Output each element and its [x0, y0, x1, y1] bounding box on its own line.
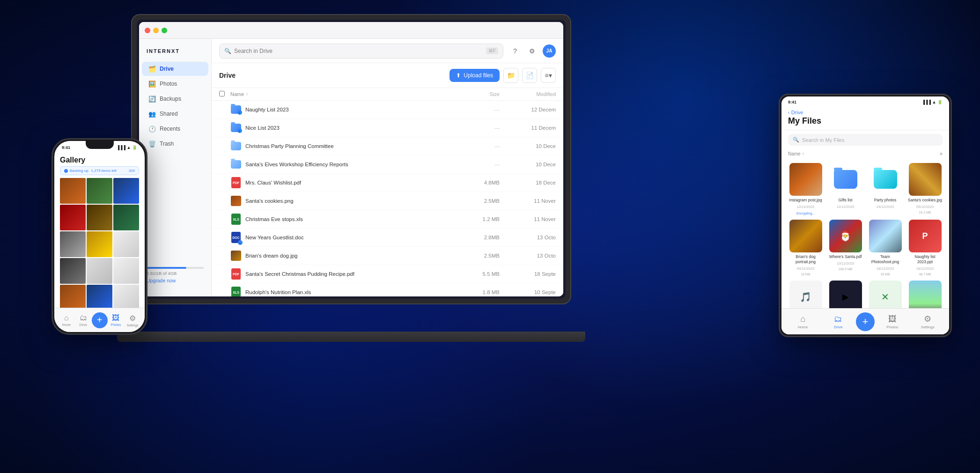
minimize-button[interactable] [153, 28, 159, 33]
list-item[interactable]: Instagram post.jpg 12/12/2023 Encrypting… [788, 163, 823, 215]
backup-count-badge: 329 [129, 169, 135, 173]
app-logo: INTERNXT [139, 46, 211, 61]
file-name: Nice List 2023 [245, 125, 462, 131]
ppt-preview: P [909, 220, 942, 252]
file-modified: 10 Dece [500, 143, 556, 149]
laptop-body: INTERNXT 🗂️ Drive 🖼️ Photos 🔄 Backups [131, 14, 571, 304]
file-modified: 11 Nover [500, 216, 556, 222]
gallery-thumb[interactable] [87, 205, 112, 230]
phone-nav-settings[interactable]: ⚙ Settings [124, 314, 141, 327]
sidebar-item-shared[interactable]: 👥 Shared [142, 107, 208, 121]
file-modified: 18 Septe [500, 271, 556, 277]
list-item[interactable]: Party photos 24/12/2023 [868, 163, 903, 215]
file-name: Santa's Elves Workshop Efficiency Report… [245, 162, 462, 167]
sidebar-item-backups[interactable]: 🔄 Backups [142, 92, 208, 106]
gallery-thumb[interactable] [113, 258, 139, 284]
list-item[interactable]: 🎵 [788, 281, 823, 308]
gallery-thumb[interactable] [87, 178, 112, 204]
sidebar-item-trash[interactable]: 🗑️ Trash [142, 137, 208, 151]
tablet-nav-settings[interactable]: ⚙ Settings [910, 314, 946, 329]
gallery-thumb[interactable] [60, 231, 86, 257]
table-row[interactable]: Santa's Elves Workshop Efficiency Report… [212, 155, 563, 174]
table-row[interactable]: Brian's dream dog.jpg 2.5MB 13 Octo [212, 247, 563, 265]
pdf-file-icon: PDF [230, 177, 242, 188]
phone-bottom-bar: ⌂ Home 🗂 Drive + 🖼 Photos ⚙ Settings [54, 308, 145, 332]
table-row[interactable]: 👥 Naughty List 2023 — 12 Decem [212, 101, 563, 119]
gallery-thumb[interactable] [87, 285, 112, 310]
gallery-thumb[interactable] [113, 231, 139, 257]
file-size: 2.5MB [462, 253, 500, 259]
close-button[interactable] [145, 28, 150, 33]
tablet-search-box[interactable]: 🔍 Search in My Files [788, 134, 943, 146]
list-item[interactable] [907, 281, 943, 308]
gallery-thumb[interactable] [113, 178, 139, 204]
image-file-icon [230, 195, 242, 207]
file-thumbnail [909, 163, 942, 196]
file-name: Santa's Secret Christmas Pudding Recipe.… [245, 271, 462, 277]
maximize-button[interactable] [162, 28, 167, 33]
list-item[interactable]: Team Photoshoot.png 18/12/2023 18 MB [868, 220, 903, 276]
help-icon[interactable]: ? [509, 45, 521, 57]
file-thumbnail [829, 163, 862, 196]
col-size-header: Size [462, 91, 500, 97]
list-item[interactable]: P Naughty list 2023.ppt 18/12/2023 48.7 … [907, 220, 943, 276]
phone-nav-drive[interactable]: 🗂 Drive [75, 314, 92, 326]
phone-add-button[interactable]: + [92, 312, 108, 328]
settings-icon: ⚙ [924, 314, 931, 324]
table-row[interactable]: Christmas Party Planning Committee — 10 … [212, 137, 563, 155]
gallery-thumb[interactable] [60, 178, 86, 204]
table-row[interactable]: DOC 👥 New Years Guestlist.doc 2.8MB 13 O… [212, 229, 563, 247]
search-shortcut: ⌘F [486, 47, 498, 54]
gallery-thumb[interactable] [60, 205, 86, 230]
table-row[interactable]: PDF Santa's Secret Christmas Pudding Rec… [212, 265, 563, 283]
list-item[interactable]: Santa's cookies.jpg 05/12/2023 16.2 MB [907, 163, 943, 215]
tablet-add-button[interactable]: + [856, 312, 875, 331]
new-file-button[interactable]: 📄 [522, 68, 537, 83]
gallery-thumb[interactable] [87, 231, 112, 257]
col-name-header: Name ↑ [230, 91, 462, 97]
table-row[interactable]: XLS Christmas Eve stops.xls 1.2 MB 11 No… [212, 210, 563, 229]
top-bar-actions: ? ⚙ JA [509, 44, 556, 58]
sort-arrow-icon: ↑ [802, 151, 804, 156]
list-item[interactable]: ▶ [828, 281, 863, 308]
laptop-device: INTERNXT 🗂️ Drive 🖼️ Photos 🔄 Backups [131, 14, 571, 342]
list-item[interactable]: Brian's dog portrait.png 09/12/2023 18 M… [788, 220, 823, 276]
drive-icon: 🗂 [80, 314, 87, 322]
table-row[interactable]: 👥 Nice List 2023 — 11 Decem [212, 119, 563, 137]
search-placeholder-text: Search in Drive [234, 48, 483, 54]
gallery-thumb[interactable] [113, 285, 139, 310]
list-item[interactable]: Gifts list 12/12/2023 [828, 163, 863, 215]
tablet-back-button[interactable]: ‹ Drive [788, 110, 943, 115]
gallery-thumb[interactable] [113, 205, 139, 230]
view-toggle-icon[interactable]: ≡ [940, 151, 943, 156]
phone-nav-home[interactable]: ⌂ Home [58, 314, 75, 326]
list-item[interactable]: ✕ [868, 281, 903, 308]
tablet-nav-home[interactable]: ⌂ Home [785, 314, 821, 329]
gallery-thumb[interactable] [87, 258, 112, 284]
select-all-checkbox[interactable] [219, 91, 225, 96]
gallery-thumb[interactable] [60, 285, 86, 310]
search-box[interactable]: 🔍 Search in Drive ⌘F [219, 44, 503, 59]
view-toggle-button[interactable]: ≡▾ [541, 68, 556, 83]
tablet-nav-drive[interactable]: 🗂 Drive [821, 314, 856, 329]
sidebar-item-photos[interactable]: 🖼️ Photos [142, 77, 208, 91]
list-item[interactable]: 🎅 Where's Santa.pdf 10/12/2023 188.6 MB [828, 220, 863, 276]
phone-signal: ▐▐▐ ▲ 🔋 [117, 145, 137, 150]
sidebar-item-drive[interactable]: 🗂️ Drive [142, 62, 208, 76]
phone-nav-photos[interactable]: 🖼 Photos [108, 314, 125, 326]
table-row[interactable]: PDF Mrs. Claus' Wishlist.pdf 4.8MB 18 De… [212, 174, 563, 192]
tablet-nav-photos[interactable]: 🖼 Photos [875, 314, 910, 329]
doc-shared-icon: DOC 👥 [231, 232, 241, 243]
shared-folder-icon: 👥 [231, 105, 241, 114]
upload-button[interactable]: ⬆ Upload files [449, 69, 500, 82]
table-row[interactable]: XLS Rudolph's Nutrition Plan.xls 1.8 MB … [212, 283, 563, 296]
new-folder-button[interactable]: 📁 [503, 68, 518, 83]
sidebar-item-recents[interactable]: 🕐 Recents [142, 122, 208, 136]
user-avatar[interactable]: JA [543, 44, 556, 58]
file-modified: 11 Decem [500, 125, 556, 131]
app-window: INTERNXT 🗂️ Drive 🖼️ Photos 🔄 Backups [139, 22, 563, 296]
upgrade-link[interactable]: Upgrade now [147, 278, 204, 283]
settings-icon[interactable]: ⚙ [526, 45, 538, 57]
gallery-thumb[interactable] [60, 258, 86, 284]
table-row[interactable]: Santa's cookies.png 2.5MB 11 Nover [212, 192, 563, 210]
